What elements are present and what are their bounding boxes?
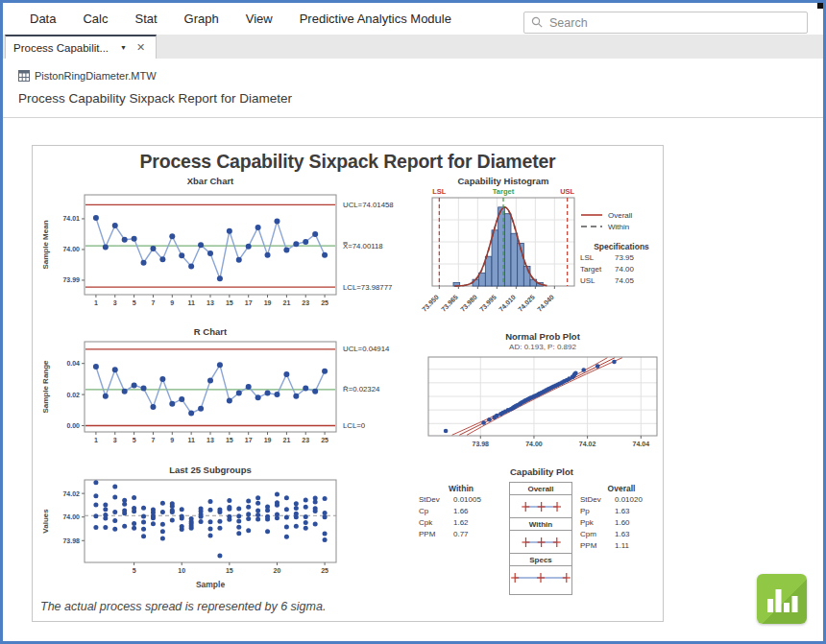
svg-text:0.04: 0.04 [66, 360, 80, 367]
svg-text:20: 20 [274, 567, 281, 574]
worksheet-grid-icon [18, 70, 30, 82]
overall-stdev-row: StDev0.01020 [580, 494, 663, 506]
svg-text:11: 11 [187, 437, 195, 443]
svg-text:1: 1 [94, 437, 98, 443]
svg-text:74.04: 74.04 [633, 441, 650, 447]
svg-text:7: 7 [152, 299, 156, 306]
svg-text:25: 25 [321, 299, 328, 306]
svg-text:15: 15 [226, 437, 233, 443]
figure-footnote: The actual process spread is represented… [40, 600, 326, 613]
search-box [523, 12, 808, 34]
svg-text:73.995: 73.995 [478, 294, 498, 313]
search-icon [531, 16, 544, 29]
overall-ppk-row: Ppk1.60 [580, 517, 663, 529]
xbar-chart: Xbar ChartSample MeanUCL=74.01458X̿=74.0… [38, 172, 425, 323]
legend-item-overall: Overall [580, 209, 663, 221]
specifications-title: Specifications [580, 242, 663, 251]
search-input[interactable] [523, 12, 808, 34]
svg-text:Sample Mean: Sample Mean [41, 220, 50, 269]
menu-bar: Data Calc Stat Graph View Predictive Ana… [3, 3, 823, 35]
svg-text:10: 10 [178, 567, 185, 574]
spec-row-target: Target74.00 [580, 264, 663, 275]
svg-text:5: 5 [133, 299, 136, 306]
svg-text:13: 13 [206, 299, 214, 306]
menu-item-calc[interactable]: Calc [69, 12, 121, 26]
close-icon[interactable]: ✕ [136, 41, 145, 54]
menu-item-stat[interactable]: Stat [121, 12, 170, 26]
svg-text:11: 11 [187, 299, 195, 306]
tab-bar: Process Capabilit... ▼ ✕ [3, 35, 823, 59]
svg-text:9: 9 [170, 299, 174, 306]
overall-cpm-row: Cpm1.63 [580, 529, 663, 540]
tab-process-capability[interactable]: Process Capabilit... ▼ ✕ [5, 35, 157, 59]
svg-text:25: 25 [321, 567, 328, 574]
svg-text:Target: Target [493, 187, 515, 196]
svg-text:UCL=74.01458: UCL=74.01458 [343, 201, 394, 209]
worksheet-row[interactable]: PistonRingDiameter.MTW [18, 70, 157, 82]
last-25-subgroups-chart: Last 25 SubgroupsValues73.9874.0074.0251… [38, 465, 425, 599]
svg-text:73.98: 73.98 [473, 441, 490, 447]
overall-statistics: Overall StDev0.01020 Pp1.63 Ppk1.60 Cpm1… [580, 484, 663, 552]
svg-text:3: 3 [113, 437, 117, 443]
minitab-logo-icon[interactable] [757, 574, 807, 624]
svg-text:74.02: 74.02 [579, 441, 596, 447]
capability-intervals: Overall Within Specs [509, 482, 572, 595]
svg-text:0.00: 0.00 [66, 422, 80, 429]
svg-text:74.025: 74.025 [517, 294, 536, 313]
svg-text:R̄=0.02324: R̄=0.02324 [343, 385, 380, 394]
svg-text:9: 9 [170, 437, 174, 443]
menu-item-predictive-analytics-module[interactable]: Predictive Analytics Module [286, 12, 465, 26]
within-ppm-row: PPM0.77 [419, 529, 503, 540]
svg-text:5: 5 [133, 437, 136, 443]
svg-text:0.02: 0.02 [66, 392, 80, 398]
menu: Data Calc Stat Graph View Predictive Ana… [3, 12, 465, 26]
spec-row-usl: USL74.05 [580, 275, 663, 287]
menu-item-data[interactable]: Data [16, 12, 69, 26]
svg-text:3: 3 [113, 299, 117, 306]
within-line-sample [580, 224, 603, 229]
legend-overall-label: Overall [608, 211, 632, 220]
sixpack-report-figure[interactable]: Process Capability Sixpack Report for Di… [32, 145, 664, 622]
interval-overall [510, 495, 571, 518]
svg-text:5: 5 [133, 567, 136, 574]
svg-text:Last 25 Subgroups: Last 25 Subgroups [169, 465, 252, 475]
svg-text:Normal Prob Plot: Normal Prob Plot [505, 331, 580, 342]
interval-label-within: Within [510, 518, 571, 531]
svg-text:74.00: 74.00 [62, 246, 80, 252]
output-title: Process Capability Sixpack Report for Di… [18, 91, 292, 106]
svg-text:19: 19 [264, 299, 272, 306]
svg-text:X̿=74.00118: X̿=74.00118 [343, 242, 383, 250]
svg-text:21: 21 [282, 299, 290, 306]
svg-text:Sample Range: Sample Range [41, 360, 50, 414]
svg-text:19: 19 [264, 437, 272, 443]
menu-item-view[interactable]: View [232, 12, 286, 26]
svg-text:LCL=73.98777: LCL=73.98777 [343, 283, 392, 292]
menu-item-graph[interactable]: Graph [171, 12, 232, 26]
svg-text:UCL=0.04914: UCL=0.04914 [343, 345, 390, 353]
resize-handle[interactable] [817, 3, 823, 9]
svg-text:25: 25 [321, 437, 328, 443]
svg-text:13: 13 [206, 437, 214, 443]
histogram-legend-and-specs: Overall Within Specifications LSL73.95 T… [580, 209, 663, 287]
svg-text:1: 1 [94, 299, 98, 306]
svg-text:73.99: 73.99 [62, 276, 80, 283]
svg-text:17: 17 [245, 437, 253, 443]
svg-text:Capability Histogram: Capability Histogram [457, 176, 548, 186]
svg-text:74.02: 74.02 [62, 490, 80, 497]
svg-text:73.98: 73.98 [62, 537, 80, 544]
svg-text:23: 23 [302, 299, 309, 306]
svg-text:AD: 0.193, P: 0.892: AD: 0.193, P: 0.892 [509, 343, 576, 351]
figure-title: Process Capability Sixpack Report for Di… [33, 151, 663, 173]
svg-text:Values: Values [41, 509, 50, 534]
svg-text:21: 21 [282, 437, 290, 443]
svg-text:73.950: 73.950 [421, 294, 440, 313]
svg-text:74.00: 74.00 [62, 513, 80, 520]
tab-label: Process Capabilit... [13, 42, 109, 54]
interval-label-specs: Specs [510, 554, 571, 566]
overall-ppm-row: PPM1.11 [580, 540, 663, 552]
svg-text:R Chart: R Chart [194, 326, 228, 337]
svg-text:73.965: 73.965 [440, 294, 459, 313]
svg-text:73.980: 73.980 [459, 294, 478, 313]
chevron-down-icon[interactable]: ▼ [120, 44, 127, 51]
svg-text:Sample: Sample [196, 580, 226, 589]
